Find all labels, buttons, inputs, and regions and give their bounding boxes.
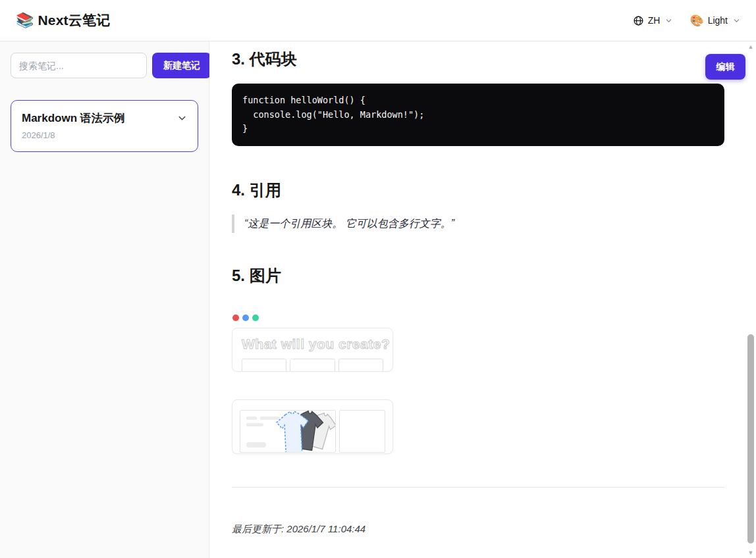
image-product-card bbox=[232, 399, 393, 454]
code-block: function helloWorld() { console.log("Hel… bbox=[232, 84, 724, 146]
blue-dot-icon bbox=[242, 315, 249, 321]
scroll-up-icon[interactable]: ▲ bbox=[747, 43, 755, 50]
scrollbar[interactable]: ▲ ▼ bbox=[746, 41, 755, 558]
new-note-button[interactable]: 新建笔记 bbox=[152, 53, 211, 78]
palette-icon: 🎨 bbox=[689, 15, 703, 26]
tshirts-illustration-icon bbox=[268, 410, 336, 453]
green-dot-icon bbox=[252, 315, 259, 321]
chevron-down-icon bbox=[733, 17, 740, 24]
theme-selector[interactable]: 🎨 Light bbox=[689, 15, 740, 26]
globe-icon bbox=[633, 15, 644, 26]
scroll-down-icon[interactable]: ▼ bbox=[747, 549, 755, 556]
edit-button[interactable]: 编辑 bbox=[705, 54, 745, 80]
blockquote: “这是一个引用区块。 它可以包含多行文字。” bbox=[232, 215, 724, 233]
brand: 📚 Next云笔记 bbox=[16, 11, 110, 30]
empty-panel bbox=[339, 410, 385, 453]
image-hero-card: What will you create? bbox=[232, 328, 393, 372]
chevron-down-icon bbox=[665, 17, 672, 24]
section-heading-quote: 4. 引用 bbox=[232, 180, 724, 200]
books-logo-icon: 📚 bbox=[16, 13, 34, 28]
browser-dots-icon bbox=[232, 315, 400, 321]
language-label: ZH bbox=[648, 15, 661, 26]
app-header: 📚 Next云笔记 ZH 🎨 Light bbox=[0, 0, 756, 41]
app-title: Next云笔记 bbox=[38, 11, 110, 30]
note-date: 2026/1/8 bbox=[22, 130, 187, 140]
placeholder-box bbox=[242, 359, 286, 372]
markdown-embedded-image: What will you create? bbox=[232, 315, 400, 454]
placeholder-pill bbox=[246, 442, 266, 447]
search-input[interactable] bbox=[11, 53, 147, 78]
divider bbox=[232, 487, 724, 488]
placeholder-bar bbox=[246, 423, 263, 426]
image-hero-text: What will you create? bbox=[242, 336, 383, 352]
section-heading-code: 3. 代码块 bbox=[232, 49, 724, 69]
note-list-item[interactable]: Markdown 语法示例 2026/1/8 bbox=[11, 100, 198, 152]
last-updated-text: 最后更新于: 2026/1/7 11:04:44 bbox=[232, 523, 724, 536]
red-dot-icon bbox=[232, 315, 239, 321]
placeholder-box bbox=[290, 359, 335, 372]
theme-label: Light bbox=[708, 15, 728, 26]
note-preview-pane: 编辑 3. 代码块 function helloWorld() { consol… bbox=[209, 41, 756, 558]
sidebar: 新建笔记 Markdown 语法示例 2026/1/8 bbox=[0, 41, 209, 558]
note-title: Markdown 语法示例 bbox=[22, 111, 125, 126]
product-panel bbox=[240, 410, 336, 453]
placeholder-bar bbox=[246, 417, 257, 420]
chevron-down-icon[interactable] bbox=[177, 113, 187, 123]
header-actions: ZH 🎨 Light bbox=[633, 15, 740, 26]
scrollbar-thumb[interactable] bbox=[747, 334, 754, 544]
language-selector[interactable]: ZH bbox=[633, 15, 673, 26]
placeholder-box bbox=[338, 359, 383, 372]
section-heading-image: 5. 图片 bbox=[232, 266, 724, 286]
